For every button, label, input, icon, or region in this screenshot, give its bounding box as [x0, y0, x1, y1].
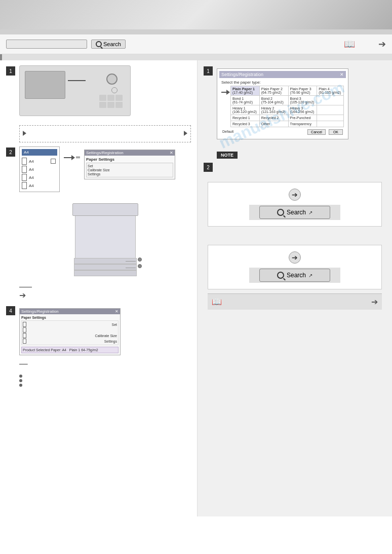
- printer-image: [60, 198, 151, 279]
- right-col-bottom-nav: 📖 ➔: [208, 293, 382, 310]
- right-step-1: 1 Settings/Registration ✕ Select the pap…: [204, 65, 386, 142]
- right-step-2: 2: [204, 162, 386, 172]
- table-arrow: [221, 86, 228, 127]
- arrow-right-icon[interactable]: ➔: [378, 39, 386, 50]
- toolbar: Search 📖 ➔: [0, 34, 392, 54]
- panel1-search-button[interactable]: Search ↗: [259, 206, 330, 219]
- panel1-search-label: Search: [287, 209, 306, 216]
- bottom-arrow-icon[interactable]: ➔: [371, 297, 378, 307]
- bottom-book-icon[interactable]: 📖: [212, 297, 222, 307]
- bullet-1: [19, 375, 22, 378]
- bullet-item-2: [19, 379, 191, 382]
- step-2-num: 2: [6, 147, 15, 157]
- book-icon[interactable]: 📖: [344, 39, 355, 50]
- right-panel-inner-1: ➔ Search ↗: [208, 182, 382, 227]
- step-4-num: 4: [6, 306, 15, 315]
- step-arrows-row: [19, 125, 191, 142]
- step-1-num: 1: [6, 66, 15, 76]
- panel1-cursor: ↗: [308, 210, 312, 215]
- panel1-nav-arrow[interactable]: ➔: [289, 189, 301, 201]
- right-step-1-num: 1: [204, 66, 213, 76]
- right-step-2-num: 2: [204, 163, 213, 172]
- settings-reg-screenshot: Settings/Registration ✕ Select the paper…: [217, 68, 348, 139]
- panel2-cursor: ↗: [308, 273, 312, 278]
- paper-item-4[interactable]: A4: [22, 181, 57, 190]
- step-arrow-indicator: [68, 80, 86, 81]
- step-1-block: 1: [6, 65, 191, 119]
- panel1-search-bar[interactable]: Search ↗: [249, 205, 340, 220]
- arrow-circle-row: ➔: [19, 290, 191, 300]
- toolbar-search-icon: [96, 41, 102, 47]
- step4-note: [19, 358, 191, 364]
- settings2-title: Settings/Registration ✕: [20, 309, 120, 314]
- step-4-block: 4 Settings/Registration ✕ Paper Settings: [6, 305, 191, 364]
- panel2-search-bar[interactable]: Search ↗: [249, 268, 340, 283]
- bullet-list: [19, 375, 191, 387]
- toolbar-search-button[interactable]: Search: [91, 40, 126, 49]
- panel1-arrow-row: ➔: [289, 189, 301, 201]
- settings-screenshot-2: Settings/Registration ✕ Paper Settings S…: [19, 308, 121, 355]
- step4-note-text: [19, 359, 28, 364]
- right-step-1-content: Settings/Registration ✕ Select the paper…: [217, 65, 386, 142]
- panel2-search-label: Search: [287, 272, 306, 279]
- step-4-content: Settings/Registration ✕ Paper Settings S…: [19, 305, 191, 364]
- panel2-nav-arrow[interactable]: ➔: [289, 251, 301, 264]
- settings-default-label: Default: [222, 130, 233, 133]
- device-section: ➔: [19, 198, 191, 300]
- underline-note-text: [19, 282, 32, 287]
- toolbar-search-label: Search: [103, 41, 121, 47]
- right-column: manualshive.com 1 Settings/Registration …: [198, 60, 392, 516]
- dialog-buttons: Default Cancel OK: [221, 129, 344, 135]
- settings-title: Settings/Registration ✕: [85, 150, 175, 156]
- settings-reg-body: Select the paper type:: [219, 78, 346, 137]
- right-panel-2: ➔ Search ↗ 📖 ➔: [204, 241, 386, 314]
- step-2-content: A4 A4 A4 A4: [19, 146, 191, 192]
- settings-screenshot-left: Settings/Registration ✕ Paper Settings S…: [84, 150, 175, 179]
- search-bar[interactable]: [6, 40, 87, 49]
- bullet-item-3: [19, 384, 191, 387]
- paper-item-3[interactable]: A4: [22, 173, 57, 181]
- bullet-2: [19, 379, 22, 382]
- panel2-search-button[interactable]: Search ↗: [259, 269, 330, 282]
- paper-item-1[interactable]: A4: [22, 157, 57, 165]
- step2-arrow: [64, 146, 80, 158]
- panel2-search-icon: [277, 272, 284, 279]
- ok-button[interactable]: OK: [329, 129, 343, 135]
- top-banner: [0, 0, 392, 29]
- section-title-bar: [0, 54, 392, 60]
- settings-reg-title: Settings/Registration ✕: [219, 71, 346, 78]
- step-2-block: 2 A4 A4 A4: [6, 146, 191, 192]
- right-step-2-content: [217, 162, 386, 172]
- right-panel-inner-2: ➔ Search ↗: [208, 245, 382, 289]
- right-col-content: manualshive.com 1 Settings/Registration …: [204, 65, 386, 320]
- panel1-search-icon: [277, 209, 284, 216]
- bullet-item-1: [19, 375, 191, 378]
- bullet-3: [19, 384, 22, 387]
- control-panel-image: [19, 65, 131, 116]
- device-note: [19, 281, 191, 287]
- left-column: 1: [0, 60, 198, 516]
- cancel-button[interactable]: Cancel: [307, 129, 326, 135]
- nav-arrow-left-bottom: ➔: [19, 290, 26, 300]
- paper-type-table: Plain Paper 1(17-40 g/m2) Plain Paper 2(…: [230, 86, 344, 127]
- arrow-right-1: [23, 131, 26, 137]
- search-input[interactable]: [10, 41, 70, 47]
- right-panel-1: ➔ Search ↗: [204, 178, 386, 235]
- note-label: NOTE: [217, 152, 238, 159]
- panel2-arrow-row: ➔: [289, 251, 301, 264]
- paper-list-panel: A4 A4 A4 A4: [19, 146, 60, 192]
- divider: [0, 29, 392, 34]
- paper-item-2[interactable]: A4: [22, 165, 57, 173]
- arrow-right-2: [184, 131, 187, 137]
- step-1-content: [19, 65, 191, 119]
- main-content: 1: [0, 60, 392, 516]
